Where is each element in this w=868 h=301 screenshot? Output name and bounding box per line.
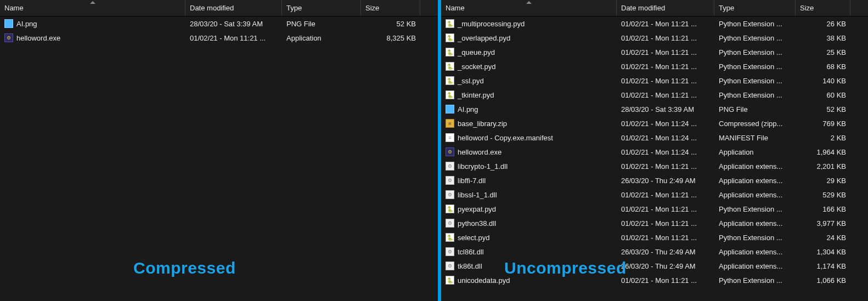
file-type: Python Extension ... (714, 205, 796, 213)
file-type: Python Extension ... (714, 234, 796, 242)
table-row[interactable]: python38.dll01/02/21 - Mon 11:21 ...Appl… (441, 216, 868, 230)
table-row[interactable]: pyexpat.pyd01/02/21 - Mon 11:21 ...Pytho… (441, 202, 868, 216)
file-name: _overlapped.pyd (458, 34, 510, 42)
table-row[interactable]: _queue.pyd01/02/21 - Mon 11:21 ...Python… (441, 45, 868, 59)
col-header-name[interactable]: Name (441, 0, 617, 16)
file-icon (446, 276, 454, 285)
right-pane: Name Date modified Type Size _multiproce… (441, 0, 868, 301)
file-name: AI.png (458, 105, 478, 113)
file-size: 2 KB (796, 134, 850, 142)
table-row[interactable]: _tkinter.pyd01/02/21 - Mon 11:21 ...Pyth… (441, 88, 868, 102)
file-name: base_library.zip (458, 120, 507, 128)
file-size: 60 KB (796, 91, 850, 99)
table-row[interactable]: _multiprocessing.pyd01/02/21 - Mon 11:21… (441, 16, 868, 31)
file-icon (446, 76, 454, 85)
file-date: 01/02/21 - Mon 11:21 ... (617, 276, 714, 285)
file-type: PNG File (714, 105, 796, 113)
left-pane: Name Date modified Type Size AI.png28/03… (0, 0, 438, 301)
file-size: 769 KB (796, 120, 850, 128)
file-type: Python Extension ... (714, 34, 796, 42)
file-icon (446, 205, 454, 213)
col-header-date[interactable]: Date modified (617, 0, 714, 16)
file-type: Python Extension ... (714, 77, 796, 85)
file-icon (446, 119, 454, 128)
file-name: libssl-1_1.dll (458, 191, 497, 199)
file-date: 28/03/20 - Sat 3:39 AM (185, 20, 282, 28)
table-row[interactable]: AI.png28/03/20 - Sat 3:39 AMPNG File52 K… (441, 102, 868, 116)
file-date: 01/02/21 - Mon 11:24 ... (617, 134, 714, 142)
file-date: 01/02/21 - Mon 11:21 ... (617, 20, 714, 28)
file-name: tk86t.dll (458, 262, 482, 270)
col-header-size[interactable]: Size (361, 0, 420, 16)
table-row[interactable]: libcrypto-1_1.dll01/02/21 - Mon 11:21 ..… (441, 159, 868, 173)
file-date: 01/02/21 - Mon 11:21 ... (617, 91, 714, 99)
file-name: _queue.pyd (458, 48, 495, 56)
file-icon (446, 190, 454, 199)
table-row[interactable]: AI.png28/03/20 - Sat 3:39 AMPNG File52 K… (0, 16, 438, 31)
col-header-date[interactable]: Date modified (185, 0, 282, 16)
table-row[interactable]: _ssl.pyd01/02/21 - Mon 11:21 ...Python E… (441, 73, 868, 88)
file-type: PNG File (282, 20, 361, 28)
file-date: 01/02/21 - Mon 11:24 ... (617, 148, 714, 156)
file-date: 28/03/20 - Sat 3:39 AM (617, 105, 714, 113)
file-size: 140 KB (796, 77, 850, 85)
table-row[interactable]: _socket.pyd01/02/21 - Mon 11:21 ...Pytho… (441, 59, 868, 73)
file-type: Application (714, 148, 796, 156)
file-size: 3,977 KB (796, 219, 850, 228)
file-date: 01/02/21 - Mon 11:21 ... (617, 77, 714, 85)
col-header-name[interactable]: Name (0, 0, 185, 16)
file-size: 1,304 KB (796, 248, 850, 256)
file-name: _ssl.pyd (458, 77, 484, 85)
file-date: 01/02/21 - Mon 11:24 ... (617, 120, 714, 128)
file-name: helloword.exe (16, 34, 60, 42)
file-size: 2,201 KB (796, 162, 850, 171)
file-icon (446, 62, 454, 71)
table-row[interactable]: select.pyd01/02/21 - Mon 11:21 ...Python… (441, 230, 868, 245)
table-row[interactable]: tcl86t.dll26/03/20 - Thu 2:49 AMApplicat… (441, 245, 868, 259)
file-date: 01/02/21 - Mon 11:21 ... (617, 34, 714, 42)
file-name: helloword - Copy.exe.manifest (458, 134, 553, 142)
file-icon (446, 33, 454, 42)
file-size: 38 KB (796, 34, 850, 42)
file-size: 1,174 KB (796, 262, 850, 270)
file-name: tcl86t.dll (458, 248, 484, 256)
file-name: unicodedata.pyd (458, 276, 510, 285)
file-date: 01/02/21 - Mon 11:21 ... (617, 162, 714, 171)
file-type: Compressed (zipp... (714, 120, 796, 128)
table-row[interactable]: libssl-1_1.dll01/02/21 - Mon 11:21 ...Ap… (441, 188, 868, 202)
overlay-label-uncompressed: Uncompressed (504, 259, 627, 277)
file-date: 01/02/21 - Mon 11:21 ... (617, 48, 714, 56)
file-date: 01/02/21 - Mon 11:21 ... (617, 191, 714, 199)
file-type: Application extens... (714, 177, 796, 185)
file-name: pyexpat.pyd (458, 205, 496, 213)
file-size: 26 KB (796, 20, 850, 28)
file-icon (4, 33, 13, 42)
file-icon (446, 247, 454, 256)
file-type: Python Extension ... (714, 276, 796, 285)
table-row[interactable]: helloword.exe01/02/21 - Mon 11:24 ...App… (441, 145, 868, 159)
file-date: 01/02/21 - Mon 11:21 ... (617, 234, 714, 242)
file-size: 166 KB (796, 205, 850, 213)
col-header-type[interactable]: Type (282, 0, 361, 16)
table-row[interactable]: helloword - Copy.exe.manifest01/02/21 - … (441, 130, 868, 145)
file-type: Application (282, 34, 361, 42)
file-type: Application extens... (714, 262, 796, 270)
file-date: 01/02/21 - Mon 11:21 ... (185, 34, 282, 42)
table-row[interactable]: _overlapped.pyd01/02/21 - Mon 11:21 ...P… (441, 31, 868, 45)
table-row[interactable]: helloword.exe01/02/21 - Mon 11:21 ...App… (0, 31, 438, 45)
file-icon (446, 147, 454, 156)
file-type: Application extens... (714, 191, 796, 199)
column-header: Name Date modified Type Size (0, 0, 438, 16)
file-date: 01/02/21 - Mon 11:21 ... (617, 219, 714, 228)
table-row[interactable]: libffi-7.dll26/03/20 - Thu 2:49 AMApplic… (441, 173, 868, 188)
file-date: 26/03/20 - Thu 2:49 AM (617, 262, 714, 270)
file-size: 29 KB (796, 177, 850, 185)
file-size: 1,964 KB (796, 148, 850, 156)
table-row[interactable]: base_library.zip01/02/21 - Mon 11:24 ...… (441, 116, 868, 130)
file-date: 01/02/21 - Mon 11:21 ... (617, 63, 714, 71)
file-icon (446, 176, 454, 185)
col-header-size[interactable]: Size (796, 0, 850, 16)
col-header-type[interactable]: Type (714, 0, 796, 16)
file-size: 24 KB (796, 234, 850, 242)
file-name: libffi-7.dll (458, 177, 486, 185)
